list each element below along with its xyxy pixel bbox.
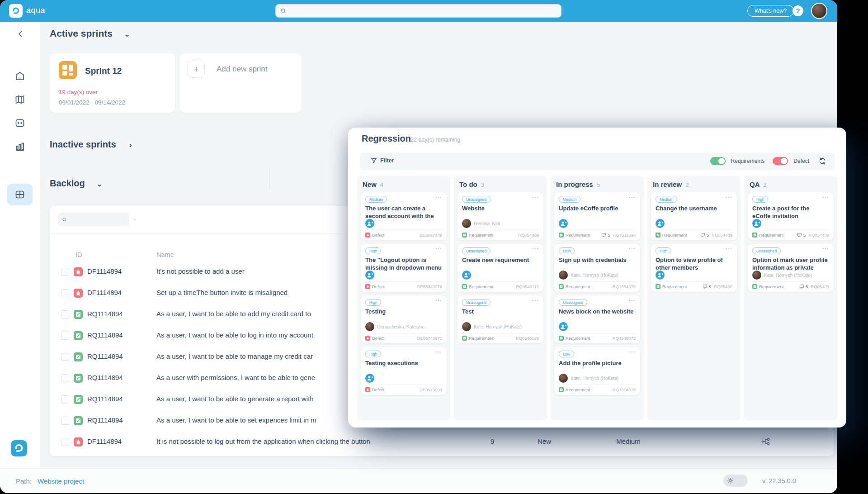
card-menu-icon[interactable]: ⋯: [532, 193, 539, 201]
assign-user-icon[interactable]: [365, 219, 374, 228]
assign-user-icon[interactable]: [656, 219, 665, 228]
chevron-down-icon[interactable]: ⌄: [124, 30, 130, 38]
card-assignee: [365, 271, 442, 280]
filter-button[interactable]: Filter: [371, 157, 394, 164]
kanban-card[interactable]: High ⋯ Sign up with credentials Kate, Ho…: [554, 244, 640, 292]
priority-badge: Low: [559, 351, 574, 357]
kanban-card[interactable]: Low ⋯ Add the profile picture Kate, Horn…: [554, 347, 640, 395]
kanban-column: In progress5 Medium ⋯ Update eCoffe prof…: [551, 176, 644, 420]
card-menu-icon[interactable]: ⋯: [435, 193, 442, 201]
assign-user-icon[interactable]: [559, 322, 568, 331]
card-menu-icon[interactable]: ⋯: [628, 193, 636, 201]
card-menu-icon[interactable]: ⋯: [822, 245, 829, 253]
home-icon[interactable]: [14, 71, 25, 81]
requirement-icon: [74, 395, 83, 404]
row-checkbox[interactable]: [61, 417, 69, 425]
card-type-label: Requirement: [469, 336, 493, 341]
reports-icon[interactable]: [14, 141, 25, 152]
row-checkbox[interactable]: [61, 268, 69, 276]
card-menu-icon[interactable]: ⋯: [628, 245, 636, 253]
path-link[interactable]: Website project: [38, 477, 84, 485]
backlog-title[interactable]: Backlog ⌄: [50, 178, 102, 189]
assign-user-icon[interactable]: [462, 271, 471, 280]
row-checkbox[interactable]: [61, 395, 69, 404]
card-menu-icon[interactable]: ⋯: [628, 296, 636, 304]
kanban-card[interactable]: High ⋯ Testing Geraschenko, Kateryna Def…: [361, 295, 447, 343]
kanban-card[interactable]: Medium ⋯ Update eCoffe profile Requireme…: [554, 192, 640, 240]
priority-badge: Unassigned: [462, 247, 491, 254]
assign-user-icon[interactable]: [365, 271, 374, 280]
kanban-card[interactable]: Unassigned ⋯ Test Kate, Hornysh (HoKate)…: [458, 295, 543, 343]
card-menu-icon[interactable]: ⋯: [435, 348, 442, 356]
global-search-input[interactable]: [290, 8, 557, 14]
assignee-avatar: [462, 322, 471, 331]
map-icon[interactable]: [14, 94, 25, 105]
user-avatar[interactable]: [811, 3, 827, 19]
refresh-icon[interactable]: [818, 157, 826, 165]
row-id: DF1114894: [87, 289, 122, 296]
card-menu-icon[interactable]: ⋯: [532, 245, 539, 253]
card-assignee: Kate, Hornysh (HoKate): [559, 374, 636, 383]
requirement-icon: [559, 336, 564, 341]
column-cards: Medium ⋯ The user can create a second ac…: [361, 192, 447, 395]
row-id: RQ1114894: [87, 331, 123, 339]
card-menu-icon[interactable]: ⋯: [822, 193, 829, 201]
priority-badge: Unassigned: [752, 247, 781, 254]
kanban-card[interactable]: Unassigned ⋯ Option ot mark user profile…: [748, 244, 834, 292]
kanban-card[interactable]: High ⋯ Option to view profile of other m…: [651, 244, 737, 292]
card-menu-icon[interactable]: ⋯: [435, 296, 442, 304]
settings-button[interactable]: [723, 475, 748, 487]
row-id: RQ1114894: [87, 395, 123, 403]
requirement-icon: [559, 284, 564, 289]
help-button[interactable]: ?: [793, 5, 803, 16]
hierarchy-icon[interactable]: [761, 437, 770, 446]
assign-user-icon[interactable]: [365, 374, 374, 383]
kanban-card[interactable]: High ⋯ Create a post for the eCoffe invi…: [748, 192, 834, 240]
table-row[interactable]: DF1114894 It is not possible to log out …: [50, 432, 834, 453]
kanban-card[interactable]: Medium ⋯ Change the username Requirement…: [651, 192, 737, 240]
card-id: DE0540903: [420, 387, 442, 392]
kanban-card[interactable]: Medium ⋯ The user can create a second ac…: [361, 192, 447, 240]
assign-user-icon[interactable]: [752, 219, 761, 228]
row-checkbox[interactable]: [61, 332, 69, 340]
whats-new-button[interactable]: What's new?: [747, 5, 794, 17]
aqua-logo-icon[interactable]: [9, 4, 23, 18]
backlog-search-input[interactable]: [70, 216, 125, 223]
chevron-down-icon[interactable]: ⌄: [132, 216, 137, 222]
card-menu-icon[interactable]: ⋯: [435, 245, 442, 253]
row-checkbox[interactable]: [61, 310, 69, 318]
kanban-card[interactable]: Unassigned ⋯ News block on the website R…: [554, 295, 640, 343]
code-icon[interactable]: [14, 118, 25, 128]
row-checkbox[interactable]: [61, 374, 69, 382]
assign-user-icon[interactable]: [656, 271, 665, 280]
regression-board-panel: Regression 22 day(s) remaining Filter Re…: [348, 128, 846, 428]
sidebar-item-board-active[interactable]: [7, 184, 33, 205]
requirements-toggle[interactable]: [710, 157, 726, 165]
card-menu-icon[interactable]: ⋯: [725, 245, 732, 253]
kanban-card[interactable]: High ⋯ Testing executions Defect DE05409…: [361, 347, 447, 395]
collapse-sidebar-icon[interactable]: [16, 30, 24, 38]
backlog-search[interactable]: [58, 213, 129, 226]
add-new-sprint-button[interactable]: + Add new sprint: [179, 53, 302, 113]
card-menu-icon[interactable]: ⋯: [725, 193, 732, 201]
row-checkbox[interactable]: [61, 353, 69, 361]
card-menu-icon[interactable]: ⋯: [532, 296, 539, 304]
defect-icon: [365, 284, 370, 289]
row-checkbox[interactable]: [61, 289, 69, 297]
kanban-card[interactable]: Unassigned ⋯ Website Genova, Kati Requir…: [458, 192, 543, 240]
row-checkbox[interactable]: [61, 438, 69, 446]
card-assignee: [365, 219, 442, 228]
sprint-card[interactable]: Sprint 12 19 day(s) over 09/01/2022 - 09…: [50, 53, 175, 113]
card-menu-icon[interactable]: ⋯: [628, 348, 636, 356]
kanban-card[interactable]: Unassigned ⋯ Create new requirement Requ…: [458, 244, 543, 292]
requirement-icon: [656, 284, 660, 289]
inactive-sprints-title[interactable]: Inactive sprints ›: [50, 139, 132, 150]
row-name: As a user, I want to be able to set expe…: [156, 416, 316, 424]
requirements-toggle-label: Requirements: [731, 158, 765, 164]
global-search[interactable]: [275, 4, 561, 18]
assign-user-icon[interactable]: [559, 219, 568, 228]
kanban-card[interactable]: High ⋯ The "Logout option is missing in …: [361, 244, 447, 292]
card-assignee: Genova, Kati: [462, 219, 539, 228]
defect-toggle[interactable]: [773, 157, 788, 165]
chevron-down-icon: ⌄: [96, 180, 102, 188]
